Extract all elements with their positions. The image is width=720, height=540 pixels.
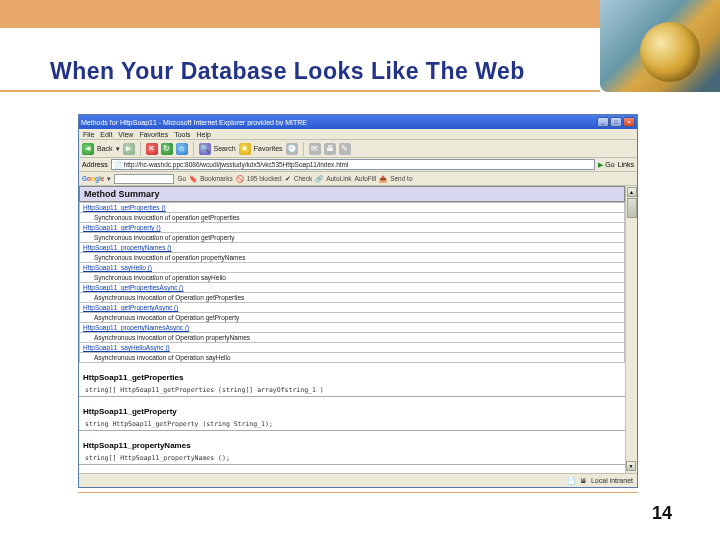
menubar: File Edit View Favorites Tools Help <box>79 129 637 140</box>
method-desc: Asynchronous invocation of Operation get… <box>80 313 625 323</box>
page-icon: 📄 <box>114 161 122 169</box>
statusbar: 📄 🖥 Local intranet <box>79 473 637 487</box>
method-link[interactable]: HttpSoap11_getProperty () <box>80 223 625 233</box>
zone-icon: 🖥 <box>580 477 587 484</box>
menu-tools[interactable]: Tools <box>174 131 190 138</box>
window-buttons: _ □ × <box>597 117 635 127</box>
check-label[interactable]: Check <box>294 175 312 182</box>
google-toolbar: Google ▾ Go 🔖Bookmarks 🚫195 blocked ✔Che… <box>79 172 637 186</box>
favorites-label[interactable]: Favorites <box>254 145 283 152</box>
titlebar[interactable]: Methods for HttpSoap11 - Microsoft Inter… <box>79 115 637 129</box>
method-desc: Synchronous invocation of operation sayH… <box>80 273 625 283</box>
google-dropdown-icon[interactable]: ▾ <box>107 175 111 183</box>
address-label: Address <box>82 161 108 168</box>
google-logo[interactable]: Google <box>82 175 104 182</box>
back-label[interactable]: Back <box>97 145 113 152</box>
refresh-icon[interactable]: ↻ <box>161 143 173 155</box>
method-desc: Synchronous invocation of operation getP… <box>80 233 625 243</box>
method-link[interactable]: HttpSoap11_sayHelloAsync () <box>80 343 625 353</box>
edit-icon[interactable]: ✎ <box>339 143 351 155</box>
forward-icon[interactable]: ► <box>123 143 135 155</box>
toolbar-divider <box>140 142 141 156</box>
go-icon: ▶ <box>598 161 603 169</box>
method-signature: string[] HttpSoap11_propertyNames (); <box>79 452 625 464</box>
slide-title: When Your Database Looks Like The Web <box>50 58 525 85</box>
method-link[interactable]: HttpSoap11_getProperties () <box>80 203 625 213</box>
bookmarks-label[interactable]: Bookmarks <box>200 175 233 182</box>
method-desc: Asynchronous invocation of Operation get… <box>80 293 625 303</box>
back-dropdown-icon[interactable]: ▾ <box>116 145 120 153</box>
method-link[interactable]: HttpSoap11_getPropertiesAsync () <box>80 283 625 293</box>
history-icon[interactable]: 🕘 <box>286 143 298 155</box>
menu-favorites[interactable]: Favorites <box>139 131 168 138</box>
scroll-thumb[interactable] <box>627 198 637 218</box>
close-button[interactable]: × <box>623 117 635 127</box>
section-heading: HttpSoap11_propertyNames <box>79 439 625 452</box>
method-summary-table: HttpSoap11_getProperties ()Synchronous i… <box>79 202 625 363</box>
links-label[interactable]: Links <box>618 161 634 168</box>
window-title: Methods for HttpSoap11 - Microsoft Inter… <box>81 119 597 126</box>
method-desc: Asynchronous invocation of Operation pro… <box>80 333 625 343</box>
menu-help[interactable]: Help <box>197 131 211 138</box>
menu-file[interactable]: File <box>83 131 94 138</box>
home-icon[interactable]: ⌂ <box>176 143 188 155</box>
mail-icon[interactable]: ✉ <box>309 143 321 155</box>
address-input[interactable]: 📄 http://hc-washdc.ppc:8086/wcudl/jwsstu… <box>111 159 596 170</box>
page-number: 14 <box>652 503 672 524</box>
method-link[interactable]: HttpSoap11_getPropertyAsync () <box>80 303 625 313</box>
method-link[interactable]: HttpSoap11_propertyNamesAsync () <box>80 323 625 333</box>
stop-icon[interactable]: ✕ <box>146 143 158 155</box>
method-link[interactable]: HttpSoap11_sayHello () <box>80 263 625 273</box>
autofill-label[interactable]: AutoFill <box>354 175 376 182</box>
method-signature: string HttpSoap11_getProperty (string St… <box>79 418 625 430</box>
print-icon[interactable]: 🖶 <box>324 143 336 155</box>
vertical-scrollbar[interactable]: ▲ ▼ <box>625 186 637 473</box>
zone-label: Local intranet <box>591 477 633 484</box>
method-desc: Synchronous invocation of operation getP… <box>80 213 625 223</box>
footer-rule <box>78 492 638 493</box>
method-summary-heading: Method Summary <box>79 186 625 202</box>
section-divider <box>79 464 625 465</box>
top-accent-band <box>0 0 600 28</box>
autolink-label[interactable]: AutoLink <box>326 175 351 182</box>
title-underline <box>0 90 600 92</box>
menu-edit[interactable]: Edit <box>100 131 112 138</box>
favorites-icon[interactable]: ★ <box>239 143 251 155</box>
google-go[interactable]: Go <box>177 175 186 182</box>
toolbar-divider <box>303 142 304 156</box>
menu-view[interactable]: View <box>118 131 133 138</box>
section-divider <box>79 430 625 431</box>
method-link[interactable]: HttpSoap11_propertyNames () <box>80 243 625 253</box>
scroll-down-icon[interactable]: ▼ <box>626 461 636 471</box>
section-heading: HttpSoap11_getProperties <box>79 371 625 384</box>
search-icon[interactable]: 🔍 <box>199 143 211 155</box>
maximize-button[interactable]: □ <box>610 117 622 127</box>
toolbar-divider <box>193 142 194 156</box>
nav-toolbar: ◄ Back ▾ ► ✕ ↻ ⌂ 🔍 Search ★ Favorites 🕘 … <box>79 140 637 158</box>
go-button[interactable]: ▶ Go <box>598 161 614 169</box>
method-desc: Synchronous invocation of operation prop… <box>80 253 625 263</box>
section-heading: HttpSoap11_getProperty <box>79 405 625 418</box>
done-icon: 📄 <box>567 477 576 485</box>
search-label[interactable]: Search <box>214 145 236 152</box>
scroll-up-icon[interactable]: ▲ <box>627 187 637 197</box>
corner-decor-image <box>600 0 720 92</box>
minimize-button[interactable]: _ <box>597 117 609 127</box>
google-search-input[interactable] <box>114 174 174 184</box>
page-content: Method Summary HttpSoap11_getProperties … <box>79 186 625 473</box>
back-icon[interactable]: ◄ <box>82 143 94 155</box>
sendto-label[interactable]: Send to <box>390 175 412 182</box>
method-signature: string[] HttpSoap11_getProperties (strin… <box>79 384 625 396</box>
address-bar: Address 📄 http://hc-washdc.ppc:8086/wcud… <box>79 158 637 172</box>
address-url: http://hc-washdc.ppc:8086/wcudl/jwsstudy… <box>124 161 349 168</box>
blocked-label[interactable]: 195 blocked <box>247 175 282 182</box>
section-divider <box>79 396 625 397</box>
method-desc: Asynchronous invocation of Operation say… <box>80 353 625 363</box>
ie-window: Methods for HttpSoap11 - Microsoft Inter… <box>78 114 638 488</box>
